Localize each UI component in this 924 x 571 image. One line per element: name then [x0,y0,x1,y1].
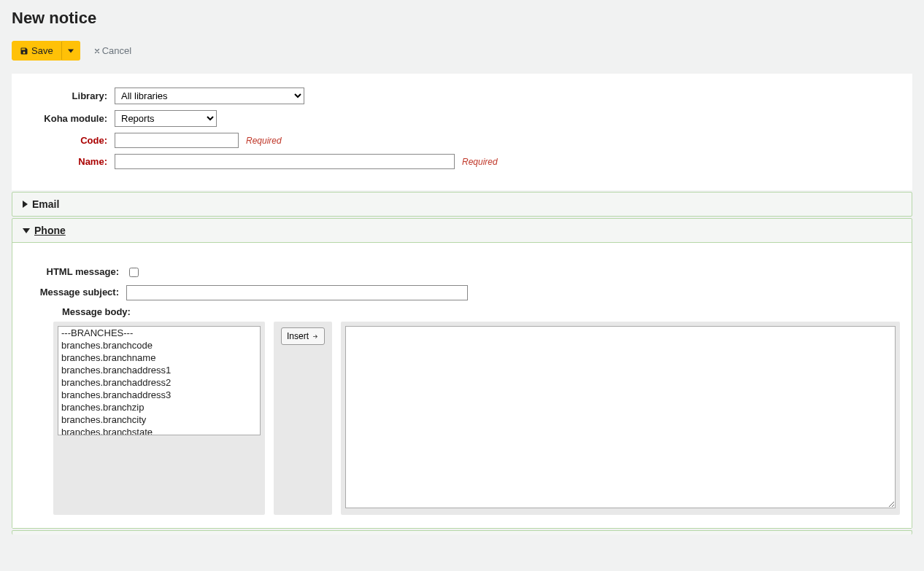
phone-section-header[interactable]: Phone [12,219,912,242]
html-message-checkbox[interactable] [129,268,139,277]
html-message-label: HTML message: [24,265,126,277]
list-item[interactable]: branches.branchaddress1 [58,364,260,376]
phone-section: Phone HTML message: Message subject: Mes… [12,218,912,529]
library-select[interactable]: All libraries [115,88,304,104]
arrow-right-icon [312,333,319,340]
insert-column: Insert [274,322,332,515]
phone-section-body: HTML message: Message subject: Message b… [12,242,912,528]
list-item[interactable]: branches.branchaddress2 [58,376,260,389]
page-title: New notice [12,9,912,28]
caret-down-icon [68,48,74,54]
chevron-right-icon [23,201,28,208]
chevron-down-icon [23,228,30,233]
list-item[interactable]: branches.branchcity [58,413,260,426]
list-item[interactable]: branches.branchname [58,351,260,364]
name-required-text: Required [462,157,498,167]
email-section: Email [12,192,912,217]
code-required-text: Required [246,136,282,146]
save-button[interactable]: Save [12,41,61,61]
email-section-title: Email [32,198,59,210]
email-section-header[interactable]: Email [12,193,912,216]
insert-button-label: Insert [287,331,309,341]
message-subject-label: Message subject: [24,285,126,298]
close-icon [93,47,101,55]
name-label: Name: [24,156,115,167]
insert-button[interactable]: Insert [281,327,325,345]
message-body-label: Message body: [62,306,900,317]
module-select[interactable]: Reports [115,110,217,127]
phone-section-title: Phone [34,225,66,236]
list-item[interactable]: branches.branchstate [58,426,260,435]
name-input[interactable] [115,154,455,169]
save-button-label: Save [31,45,53,56]
message-subject-input[interactable] [126,285,468,300]
code-input[interactable] [115,133,239,148]
cancel-button-label: Cancel [102,45,131,56]
cancel-button[interactable]: Cancel [89,44,136,57]
save-icon [20,47,28,55]
fields-column: ---BRANCHES---branches.branchcodebranche… [53,322,265,515]
list-item[interactable]: branches.branchzip [58,401,260,413]
fields-list[interactable]: ---BRANCHES---branches.branchcodebranche… [58,326,261,435]
code-label: Code: [24,135,115,146]
message-body-textarea[interactable] [345,326,896,508]
next-section-sliver [12,530,912,535]
module-label: Koha module: [24,113,115,124]
body-column [341,322,900,515]
save-dropdown-button[interactable] [61,41,80,61]
library-label: Library: [24,90,115,101]
list-item[interactable]: ---BRANCHES--- [58,327,260,339]
main-form-panel: Library: All libraries Koha module: Repo… [12,74,912,190]
toolbar: Save Cancel [12,41,912,61]
list-item[interactable]: branches.branchaddress3 [58,389,260,401]
list-item[interactable]: branches.branchcode [58,339,260,351]
